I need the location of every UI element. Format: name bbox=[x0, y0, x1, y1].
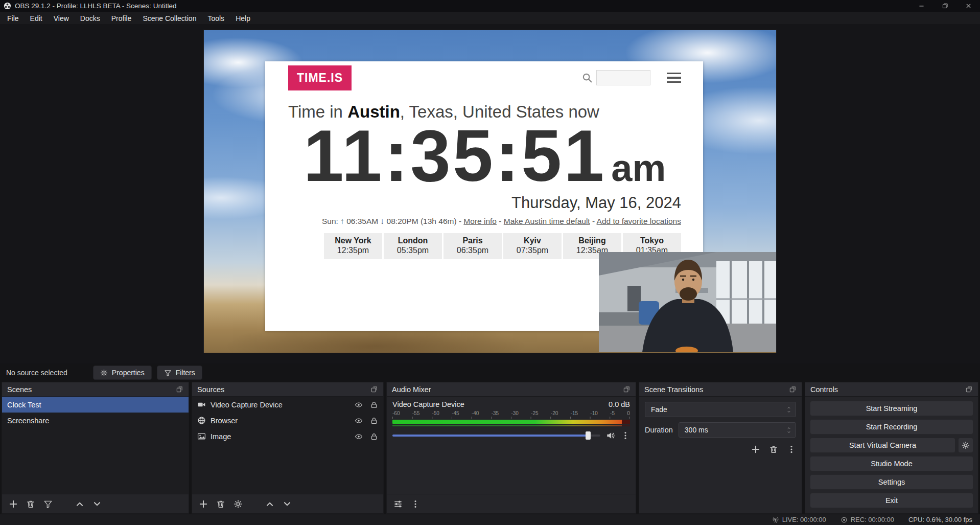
sources-toolbar bbox=[192, 494, 383, 513]
speaker-icon[interactable] bbox=[606, 431, 615, 440]
volume-slider-handle[interactable] bbox=[586, 431, 591, 440]
add-favorite-link: Add to favorite locations bbox=[597, 217, 681, 225]
gear-icon bbox=[234, 499, 243, 509]
advanced-audio-button[interactable] bbox=[393, 499, 403, 509]
virtual-camera-settings-button[interactable] bbox=[958, 438, 973, 453]
lock-icon[interactable] bbox=[370, 417, 378, 425]
start-recording-button[interactable]: Start Recording bbox=[810, 419, 973, 435]
duration-value: 300 ms bbox=[685, 426, 708, 434]
menu-item-help[interactable]: Help bbox=[230, 12, 256, 25]
kebab-menu-icon bbox=[621, 431, 630, 440]
transition-value: Fade bbox=[651, 405, 667, 414]
time-digits: 11:35:51 bbox=[304, 115, 606, 196]
menu-item-docks[interactable]: Docks bbox=[75, 12, 106, 25]
filter-icon bbox=[164, 369, 172, 377]
start-streaming-button[interactable]: Start Streaming bbox=[810, 401, 973, 416]
exit-button[interactable]: Exit bbox=[810, 493, 973, 508]
city-name: New York bbox=[324, 236, 382, 245]
city-name: Beijing bbox=[563, 236, 621, 245]
audio-mixer-dock: Audio Mixer Video Capture Device 0.0 dB … bbox=[386, 382, 636, 514]
add-source-button[interactable] bbox=[199, 499, 208, 509]
sources-list: Video Capture Device Browser bbox=[192, 397, 383, 494]
db-tick-label: -15 bbox=[571, 410, 578, 416]
popout-icon[interactable] bbox=[965, 385, 973, 393]
db-tick-label: -20 bbox=[551, 410, 558, 416]
source-move-down-button[interactable] bbox=[283, 499, 292, 509]
volume-slider[interactable] bbox=[392, 435, 600, 437]
controls-body: Start Streaming Start Recording Start Vi… bbox=[805, 397, 978, 513]
scene-item-screenshare[interactable]: Screenshare bbox=[2, 413, 189, 428]
source-move-up-button[interactable] bbox=[265, 499, 274, 509]
channel-options-button[interactable] bbox=[621, 431, 630, 440]
menu-item-edit[interactable]: Edit bbox=[25, 12, 48, 25]
volume-slider-fill bbox=[392, 435, 588, 437]
scene-item-clock-test[interactable]: Clock Test bbox=[2, 397, 189, 413]
mixer-options-button[interactable] bbox=[411, 499, 420, 509]
maximize-button[interactable] bbox=[933, 0, 956, 12]
source-item-browser[interactable]: Browser bbox=[192, 413, 383, 428]
audio-mixer-dock-title: Audio Mixer bbox=[392, 385, 431, 394]
lock-icon[interactable] bbox=[370, 432, 378, 441]
city-cell-paris: Paris06:35pm bbox=[444, 233, 502, 259]
popout-icon[interactable] bbox=[176, 385, 183, 393]
mixer-level-db: 0.0 dB bbox=[609, 400, 630, 408]
minimize-button[interactable] bbox=[909, 0, 933, 12]
city-name: London bbox=[384, 236, 442, 245]
duration-spinbox[interactable]: 300 ms bbox=[679, 422, 796, 438]
remove-transition-button[interactable] bbox=[769, 445, 778, 454]
remove-scene-button[interactable] bbox=[26, 499, 35, 509]
rec-status: REC: 00:00:00 bbox=[841, 516, 894, 523]
sun-info-line: Sun: ↑ 06:35AM ↓ 08:20PM (13h 46m) - Mor… bbox=[288, 217, 681, 226]
filters-button[interactable]: Filters bbox=[157, 366, 202, 380]
preview-canvas[interactable]: TIME.IS Time in Austin, Texas, United St… bbox=[204, 30, 776, 353]
source-item-video-capture-device[interactable]: Video Capture Device bbox=[192, 397, 383, 413]
sun-times-text: Sun: ↑ 06:35AM ↓ 08:20PM (13h 46m) bbox=[322, 217, 457, 225]
popout-icon[interactable] bbox=[370, 385, 378, 393]
settings-button[interactable]: Settings bbox=[810, 474, 973, 490]
menu-item-tools[interactable]: Tools bbox=[202, 12, 230, 25]
gear-icon bbox=[962, 441, 970, 449]
scenes-dock-header: Scenes bbox=[2, 382, 189, 397]
scene-move-up-button[interactable] bbox=[75, 499, 84, 509]
obs-window: OBS 29.1.2 - Profile: LLHLS BETA - Scene… bbox=[0, 0, 980, 525]
trash-icon bbox=[26, 499, 35, 509]
menu-item-profile[interactable]: Profile bbox=[106, 12, 137, 25]
transition-options-button[interactable] bbox=[787, 445, 796, 454]
time-ampm: am bbox=[611, 147, 666, 189]
menu-item-file[interactable]: File bbox=[2, 12, 25, 25]
lock-icon[interactable] bbox=[370, 401, 378, 409]
transition-select[interactable]: Fade bbox=[645, 402, 796, 417]
image-icon bbox=[197, 432, 206, 441]
add-scene-button[interactable] bbox=[9, 499, 18, 509]
duration-row: Duration 300 ms bbox=[645, 422, 796, 438]
plus-icon bbox=[9, 499, 18, 509]
source-properties-button[interactable] bbox=[234, 499, 243, 509]
docks-row: Scenes Clock Test Screenshare bbox=[0, 382, 980, 514]
city-name: Kyiv bbox=[503, 236, 562, 245]
chevron-up-icon bbox=[786, 406, 791, 409]
source-item-image[interactable]: Image bbox=[192, 428, 383, 444]
transitions-dock-header: Scene Transitions bbox=[639, 382, 802, 397]
close-button[interactable] bbox=[956, 0, 980, 12]
mixer-tick-marks bbox=[392, 417, 630, 419]
menu-item-scene-collection[interactable]: Scene Collection bbox=[137, 12, 202, 25]
scene-move-down-button[interactable] bbox=[92, 499, 102, 509]
mixer-toolbar bbox=[387, 494, 636, 513]
eye-icon[interactable] bbox=[355, 432, 363, 441]
popout-icon[interactable] bbox=[623, 385, 631, 393]
city-time: 06:35pm bbox=[444, 246, 502, 255]
remove-source-button[interactable] bbox=[216, 499, 225, 509]
start-virtual-camera-button[interactable]: Start Virtual Camera bbox=[810, 438, 955, 453]
scenes-dock: Scenes Clock Test Screenshare bbox=[2, 382, 189, 514]
popout-icon[interactable] bbox=[789, 385, 797, 393]
properties-button[interactable]: Properties bbox=[93, 366, 152, 380]
eye-icon[interactable] bbox=[355, 417, 363, 425]
scene-filters-button[interactable] bbox=[43, 499, 53, 509]
window-title: OBS 29.1.2 - Profile: LLHLS BETA - Scene… bbox=[15, 2, 176, 10]
studio-mode-button[interactable]: Studio Mode bbox=[810, 456, 973, 471]
city-name: Tokyo bbox=[623, 236, 681, 245]
menu-item-view[interactable]: View bbox=[48, 12, 75, 25]
plus-icon bbox=[751, 445, 760, 454]
eye-icon[interactable] bbox=[355, 401, 363, 409]
add-transition-button[interactable] bbox=[751, 445, 760, 454]
